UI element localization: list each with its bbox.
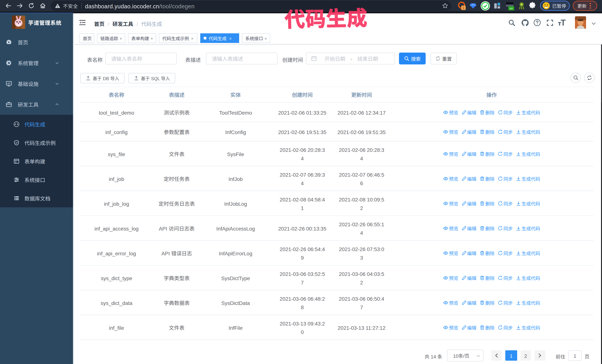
svg-text:1: 1 bbox=[462, 6, 464, 10]
svg-text:on: on bbox=[510, 7, 513, 10]
